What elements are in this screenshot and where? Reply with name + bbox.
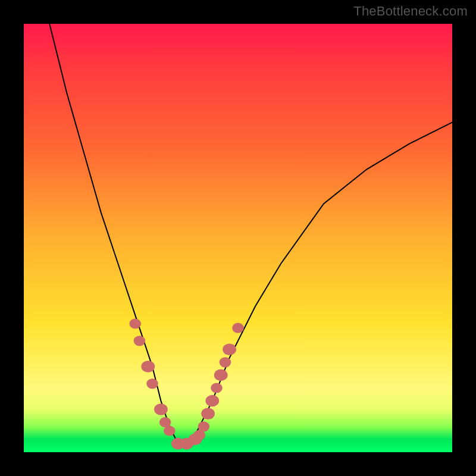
data-node xyxy=(154,403,168,415)
data-node xyxy=(211,383,223,393)
nodes-right-group xyxy=(180,323,244,450)
plot-area xyxy=(24,24,452,452)
data-node xyxy=(146,378,158,389)
data-node xyxy=(129,318,141,328)
data-node xyxy=(141,361,155,372)
chart-frame: TheBottleneck.com xyxy=(0,0,476,476)
data-node xyxy=(198,421,210,431)
data-node xyxy=(220,357,231,367)
data-node xyxy=(205,395,219,407)
chart-svg xyxy=(24,24,452,452)
data-node xyxy=(201,408,215,419)
watermark-text: TheBottleneck.com xyxy=(353,4,468,19)
data-node xyxy=(214,369,228,381)
data-node xyxy=(134,336,146,346)
nodes-left-group xyxy=(129,318,184,449)
curve-left xyxy=(49,24,178,444)
curve-group xyxy=(49,24,452,444)
data-node xyxy=(232,323,244,333)
curve-right xyxy=(187,123,452,444)
data-node xyxy=(164,425,176,436)
data-node xyxy=(223,343,236,355)
